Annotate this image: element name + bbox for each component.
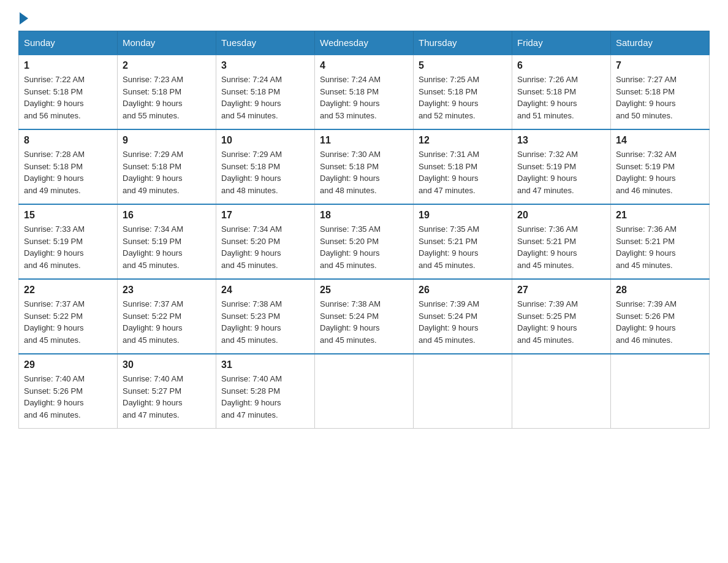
calendar-cell: 5 Sunrise: 7:25 AM Sunset: 5:18 PM Dayli…: [414, 55, 512, 129]
day-info: Sunrise: 7:22 AM Sunset: 5:18 PM Dayligh…: [24, 74, 112, 121]
day-info: Sunrise: 7:31 AM Sunset: 5:18 PM Dayligh…: [419, 148, 507, 196]
weekday-header-row: SundayMondayTuesdayWednesdayThursdayFrid…: [19, 31, 710, 55]
day-info: Sunrise: 7:38 AM Sunset: 5:23 PM Dayligh…: [221, 298, 309, 346]
day-number: 4: [320, 60, 408, 71]
day-info: Sunrise: 7:40 AM Sunset: 5:28 PM Dayligh…: [221, 373, 309, 421]
weekday-header-saturday: Saturday: [611, 31, 710, 55]
day-info: Sunrise: 7:32 AM Sunset: 5:19 PM Dayligh…: [616, 148, 704, 196]
day-number: 26: [419, 285, 507, 296]
day-info: Sunrise: 7:40 AM Sunset: 5:27 PM Dayligh…: [123, 373, 211, 421]
day-info: Sunrise: 7:37 AM Sunset: 5:22 PM Dayligh…: [123, 298, 211, 346]
day-number: 3: [221, 60, 309, 71]
day-number: 23: [123, 285, 211, 296]
day-info: Sunrise: 7:24 AM Sunset: 5:18 PM Dayligh…: [221, 74, 309, 121]
logo: [18, 12, 29, 25]
calendar-cell: 19 Sunrise: 7:35 AM Sunset: 5:21 PM Dayl…: [414, 204, 512, 279]
day-info: Sunrise: 7:35 AM Sunset: 5:21 PM Dayligh…: [419, 223, 507, 271]
day-info: Sunrise: 7:34 AM Sunset: 5:20 PM Dayligh…: [221, 223, 309, 271]
calendar-cell: 2 Sunrise: 7:23 AM Sunset: 5:18 PM Dayli…: [118, 55, 216, 129]
calendar-cell: 3 Sunrise: 7:24 AM Sunset: 5:18 PM Dayli…: [216, 55, 315, 129]
calendar-cell: 28 Sunrise: 7:39 AM Sunset: 5:26 PM Dayl…: [611, 279, 710, 354]
day-info: Sunrise: 7:36 AM Sunset: 5:21 PM Dayligh…: [616, 223, 704, 271]
day-number: 11: [320, 135, 408, 146]
calendar-cell: 13 Sunrise: 7:32 AM Sunset: 5:19 PM Dayl…: [512, 129, 611, 204]
day-info: Sunrise: 7:24 AM Sunset: 5:18 PM Dayligh…: [320, 74, 408, 121]
day-info: Sunrise: 7:39 AM Sunset: 5:25 PM Dayligh…: [517, 298, 605, 346]
calendar-cell: [315, 354, 414, 429]
day-number: 20: [517, 210, 605, 221]
day-number: 25: [320, 285, 408, 296]
day-number: 10: [221, 135, 309, 146]
calendar-cell: 23 Sunrise: 7:37 AM Sunset: 5:22 PM Dayl…: [118, 279, 216, 354]
calendar-cell: 16 Sunrise: 7:34 AM Sunset: 5:19 PM Dayl…: [118, 204, 216, 279]
day-number: 16: [123, 210, 211, 221]
day-info: Sunrise: 7:39 AM Sunset: 5:24 PM Dayligh…: [419, 298, 507, 346]
day-info: Sunrise: 7:35 AM Sunset: 5:20 PM Dayligh…: [320, 223, 408, 271]
weekday-header-friday: Friday: [512, 31, 611, 55]
calendar-cell: 6 Sunrise: 7:26 AM Sunset: 5:18 PM Dayli…: [512, 55, 611, 129]
calendar-cell: [611, 354, 710, 429]
calendar-cell: 29 Sunrise: 7:40 AM Sunset: 5:26 PM Dayl…: [19, 354, 118, 429]
calendar-cell: 10 Sunrise: 7:29 AM Sunset: 5:18 PM Dayl…: [216, 129, 315, 204]
day-info: Sunrise: 7:38 AM Sunset: 5:24 PM Dayligh…: [320, 298, 408, 346]
day-number: 14: [616, 135, 704, 146]
day-number: 12: [419, 135, 507, 146]
calendar-cell: 30 Sunrise: 7:40 AM Sunset: 5:27 PM Dayl…: [118, 354, 216, 429]
calendar-week-row: 15 Sunrise: 7:33 AM Sunset: 5:19 PM Dayl…: [19, 204, 710, 279]
day-number: 29: [24, 359, 112, 370]
calendar-cell: 11 Sunrise: 7:30 AM Sunset: 5:18 PM Dayl…: [315, 129, 414, 204]
page-header: [18, 12, 710, 25]
calendar-cell: 25 Sunrise: 7:38 AM Sunset: 5:24 PM Dayl…: [315, 279, 414, 354]
day-number: 24: [221, 285, 309, 296]
day-info: Sunrise: 7:39 AM Sunset: 5:26 PM Dayligh…: [616, 298, 704, 346]
day-number: 6: [517, 60, 605, 71]
calendar-cell: 24 Sunrise: 7:38 AM Sunset: 5:23 PM Dayl…: [216, 279, 315, 354]
day-info: Sunrise: 7:29 AM Sunset: 5:18 PM Dayligh…: [123, 148, 211, 196]
day-info: Sunrise: 7:25 AM Sunset: 5:18 PM Dayligh…: [419, 74, 507, 121]
day-info: Sunrise: 7:28 AM Sunset: 5:18 PM Dayligh…: [24, 148, 112, 196]
calendar-cell: 14 Sunrise: 7:32 AM Sunset: 5:19 PM Dayl…: [611, 129, 710, 204]
day-number: 28: [616, 285, 704, 296]
day-number: 19: [419, 210, 507, 221]
day-number: 27: [517, 285, 605, 296]
day-info: Sunrise: 7:32 AM Sunset: 5:19 PM Dayligh…: [517, 148, 605, 196]
day-info: Sunrise: 7:27 AM Sunset: 5:18 PM Dayligh…: [616, 74, 704, 121]
calendar-cell: 26 Sunrise: 7:39 AM Sunset: 5:24 PM Dayl…: [414, 279, 512, 354]
calendar-week-row: 1 Sunrise: 7:22 AM Sunset: 5:18 PM Dayli…: [19, 55, 710, 129]
weekday-header-thursday: Thursday: [414, 31, 512, 55]
day-number: 13: [517, 135, 605, 146]
day-number: 9: [123, 135, 211, 146]
day-number: 18: [320, 210, 408, 221]
day-number: 21: [616, 210, 704, 221]
logo-arrow-icon: [20, 12, 28, 25]
calendar-cell: 12 Sunrise: 7:31 AM Sunset: 5:18 PM Dayl…: [414, 129, 512, 204]
day-info: Sunrise: 7:34 AM Sunset: 5:19 PM Dayligh…: [123, 223, 211, 271]
day-info: Sunrise: 7:30 AM Sunset: 5:18 PM Dayligh…: [320, 148, 408, 196]
calendar-cell: 27 Sunrise: 7:39 AM Sunset: 5:25 PM Dayl…: [512, 279, 611, 354]
day-info: Sunrise: 7:26 AM Sunset: 5:18 PM Dayligh…: [517, 74, 605, 121]
day-info: Sunrise: 7:29 AM Sunset: 5:18 PM Dayligh…: [221, 148, 309, 196]
calendar-cell: 22 Sunrise: 7:37 AM Sunset: 5:22 PM Dayl…: [19, 279, 118, 354]
calendar-cell: 4 Sunrise: 7:24 AM Sunset: 5:18 PM Dayli…: [315, 55, 414, 129]
day-number: 17: [221, 210, 309, 221]
calendar-cell: 31 Sunrise: 7:40 AM Sunset: 5:28 PM Dayl…: [216, 354, 315, 429]
calendar-cell: 7 Sunrise: 7:27 AM Sunset: 5:18 PM Dayli…: [611, 55, 710, 129]
weekday-header-sunday: Sunday: [19, 31, 118, 55]
day-info: Sunrise: 7:33 AM Sunset: 5:19 PM Dayligh…: [24, 223, 112, 271]
weekday-header-tuesday: Tuesday: [216, 31, 315, 55]
calendar-week-row: 8 Sunrise: 7:28 AM Sunset: 5:18 PM Dayli…: [19, 129, 710, 204]
calendar-cell: 1 Sunrise: 7:22 AM Sunset: 5:18 PM Dayli…: [19, 55, 118, 129]
day-number: 15: [24, 210, 112, 221]
weekday-header-wednesday: Wednesday: [315, 31, 414, 55]
day-info: Sunrise: 7:36 AM Sunset: 5:21 PM Dayligh…: [517, 223, 605, 271]
day-number: 5: [419, 60, 507, 71]
calendar-cell: 21 Sunrise: 7:36 AM Sunset: 5:21 PM Dayl…: [611, 204, 710, 279]
calendar-cell: 20 Sunrise: 7:36 AM Sunset: 5:21 PM Dayl…: [512, 204, 611, 279]
calendar-cell: [512, 354, 611, 429]
weekday-header-monday: Monday: [118, 31, 216, 55]
calendar-cell: 8 Sunrise: 7:28 AM Sunset: 5:18 PM Dayli…: [19, 129, 118, 204]
day-number: 31: [221, 359, 309, 370]
calendar-week-row: 29 Sunrise: 7:40 AM Sunset: 5:26 PM Dayl…: [19, 354, 710, 429]
day-info: Sunrise: 7:40 AM Sunset: 5:26 PM Dayligh…: [24, 373, 112, 421]
day-info: Sunrise: 7:37 AM Sunset: 5:22 PM Dayligh…: [24, 298, 112, 346]
